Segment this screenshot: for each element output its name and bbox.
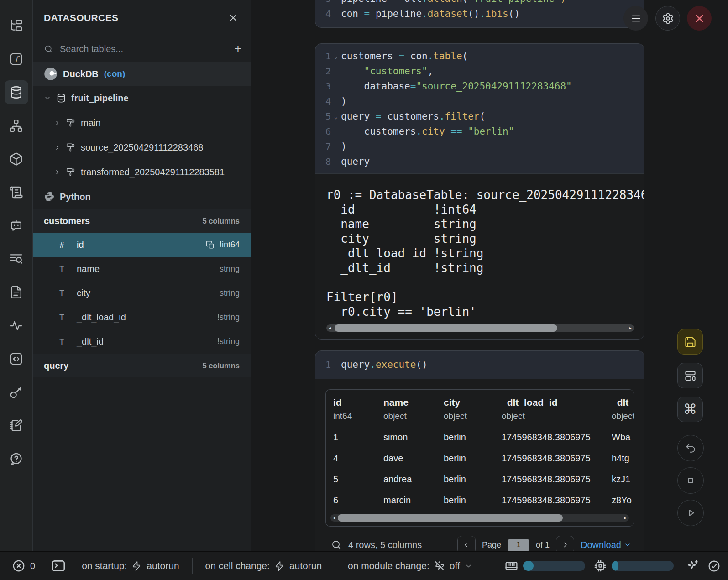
outline-icon[interactable] bbox=[6, 182, 26, 202]
table-row[interactable]: 6marcinberlin1745968348.3806975z8Yo bbox=[326, 490, 634, 511]
scroll-left-arrow[interactable]: ◂ bbox=[331, 514, 337, 522]
code-line[interactable]: 3pipeline = dlt.attach("fruit_pipeline") bbox=[320, 0, 644, 6]
command-icon: ⌘ bbox=[683, 402, 697, 416]
scroll-right-arrow[interactable]: ▸ bbox=[622, 514, 628, 522]
documentation-icon[interactable] bbox=[6, 282, 26, 302]
code-cell-3[interactable]: 1query.execute() idint64nameobjectcityob… bbox=[315, 350, 644, 551]
code-line[interactable]: 7) bbox=[320, 139, 644, 154]
column-row[interactable]: #id!int64 bbox=[33, 233, 251, 257]
cpu-usage[interactable] bbox=[593, 559, 674, 573]
column-name: _dlt_id bbox=[77, 336, 210, 347]
code-line[interactable]: 2 "customers", bbox=[320, 64, 644, 79]
scroll-right-arrow[interactable]: ▸ bbox=[627, 324, 634, 332]
command-palette-button[interactable]: ⌘ bbox=[677, 397, 703, 422]
database-icon bbox=[56, 93, 66, 103]
download-link[interactable]: Download bbox=[581, 540, 631, 550]
schema-row[interactable]: source_202504291112283468 bbox=[33, 135, 251, 160]
code-line[interactable]: 4con = pipeline.dataset().ibis() bbox=[320, 6, 644, 21]
scrollbar-thumb[interactable] bbox=[338, 514, 563, 522]
ai-assistant-button[interactable] bbox=[686, 559, 699, 573]
table-column-header[interactable]: cityobject bbox=[444, 397, 502, 421]
search-input[interactable] bbox=[60, 44, 225, 54]
run-button[interactable] bbox=[677, 500, 704, 526]
table-cell: 4 bbox=[333, 453, 383, 464]
table-row[interactable]: 4daveberlin1745968348.3806975h4tg bbox=[326, 448, 634, 469]
code-editor[interactable]: 1⌄customers = con.table(2 "customers",3 … bbox=[315, 44, 644, 173]
chat-icon[interactable] bbox=[6, 215, 26, 235]
table-column-header[interactable]: _dlt_load_idobject bbox=[502, 397, 612, 421]
file-tree-icon[interactable] bbox=[6, 16, 26, 36]
fold-chevron-icon[interactable]: ⌄ bbox=[331, 49, 341, 64]
code-line[interactable]: 6 customers.city == "berlin" bbox=[320, 124, 644, 139]
table-column-header[interactable]: _dlt_idobject bbox=[612, 397, 634, 421]
logs-icon[interactable] bbox=[6, 249, 26, 269]
add-datasource-button[interactable]: + bbox=[225, 36, 251, 62]
lightning-off-icon bbox=[434, 560, 445, 571]
shutdown-button[interactable] bbox=[687, 6, 712, 31]
code-line[interactable]: 1query.execute() bbox=[320, 357, 644, 372]
chevron-down-icon bbox=[44, 94, 51, 102]
on-startup-setting[interactable]: on startup: autorun bbox=[82, 560, 179, 571]
layout-button[interactable] bbox=[677, 363, 703, 388]
scroll-left-arrow[interactable]: ◂ bbox=[327, 324, 333, 332]
snippets-icon[interactable] bbox=[6, 349, 26, 369]
column-row[interactable]: T_dlt_load_id!string bbox=[33, 305, 251, 329]
table-cell: Wba bbox=[612, 432, 634, 443]
table-column-header[interactable]: idint64 bbox=[333, 397, 383, 421]
help-icon[interactable] bbox=[6, 449, 26, 469]
scrollbar-thumb[interactable] bbox=[335, 324, 557, 332]
code-cell-1[interactable]: 3pipeline = dlt.attach("fruit_pipeline")… bbox=[315, 0, 644, 28]
column-row[interactable]: Tnamestring bbox=[33, 257, 251, 281]
schema-row[interactable]: main bbox=[33, 110, 251, 135]
engine-row[interactable]: DuckDB (con) bbox=[33, 62, 251, 86]
table-header-customers[interactable]: customers 5 columns bbox=[33, 209, 251, 233]
table-column-header[interactable]: nameobject bbox=[383, 397, 444, 421]
on-cell-change-setting[interactable]: on cell change: autorun bbox=[205, 560, 322, 571]
save-button[interactable] bbox=[677, 329, 703, 355]
terminal-button[interactable] bbox=[51, 558, 66, 574]
scratchpad-icon[interactable] bbox=[6, 415, 26, 435]
column-row[interactable]: Tcitystring bbox=[33, 281, 251, 305]
search-icon[interactable] bbox=[331, 539, 342, 550]
schema-row[interactable]: transformed_202504291112283581 bbox=[33, 160, 251, 184]
close-panel-button[interactable] bbox=[228, 12, 239, 23]
packages-icon[interactable] bbox=[6, 149, 26, 169]
on-module-change-setting[interactable]: on module change: off bbox=[348, 560, 472, 571]
table-header-query[interactable]: query 5 columns bbox=[33, 354, 251, 377]
undo-button[interactable] bbox=[677, 435, 704, 461]
tracing-icon[interactable] bbox=[6, 315, 26, 335]
code-line[interactable]: 8query bbox=[320, 154, 644, 169]
ram-usage[interactable] bbox=[504, 559, 585, 573]
variables-icon[interactable]: f bbox=[6, 49, 26, 69]
table-row[interactable]: 1simonberlin1745968348.3806975Wba bbox=[326, 427, 634, 448]
stop-button[interactable] bbox=[677, 467, 704, 494]
copy-icon[interactable] bbox=[206, 240, 215, 250]
run-icon bbox=[685, 507, 697, 519]
horizontal-scrollbar[interactable]: ◂ ▸ bbox=[330, 514, 629, 522]
settings-button[interactable] bbox=[655, 6, 680, 31]
code-line[interactable]: 5⌄query = customers.filter( bbox=[320, 109, 644, 124]
database-row[interactable]: fruit_pipeline bbox=[33, 86, 251, 110]
dependencies-icon[interactable] bbox=[6, 115, 26, 136]
errors-indicator[interactable]: 0 bbox=[12, 559, 35, 573]
fold-chevron-icon[interactable]: ⌄ bbox=[331, 109, 341, 124]
python-row[interactable]: Python bbox=[33, 184, 251, 209]
secrets-icon[interactable] bbox=[6, 382, 26, 402]
page-select[interactable]: 1 bbox=[508, 539, 529, 551]
previous-page-button[interactable] bbox=[457, 536, 476, 551]
code-cell-2[interactable]: 1⌄customers = con.table(2 "customers",3 … bbox=[315, 43, 644, 340]
code-line[interactable]: 3 database="source_202504291112283468" bbox=[320, 79, 644, 94]
code-editor[interactable]: 1query.execute() bbox=[315, 351, 644, 379]
status-bar: 0 on startup: autorun on cell change: au… bbox=[0, 551, 728, 580]
code-editor[interactable]: 3pipeline = dlt.attach("fruit_pipeline")… bbox=[315, 0, 644, 26]
next-page-button[interactable] bbox=[556, 536, 574, 551]
fold-spacer bbox=[331, 0, 341, 6]
code-line[interactable]: 4) bbox=[320, 94, 644, 109]
connection-status[interactable] bbox=[707, 559, 721, 573]
datasources-icon[interactable] bbox=[5, 80, 28, 104]
table-row[interactable]: 5andreaberlin1745968348.3806975kzJ1 bbox=[326, 469, 634, 490]
column-row[interactable]: T_dlt_id!string bbox=[33, 329, 251, 354]
horizontal-scrollbar[interactable]: ◂ ▸ bbox=[326, 324, 634, 332]
code-line[interactable]: 1⌄customers = con.table( bbox=[320, 49, 644, 64]
menu-button[interactable] bbox=[623, 6, 648, 31]
